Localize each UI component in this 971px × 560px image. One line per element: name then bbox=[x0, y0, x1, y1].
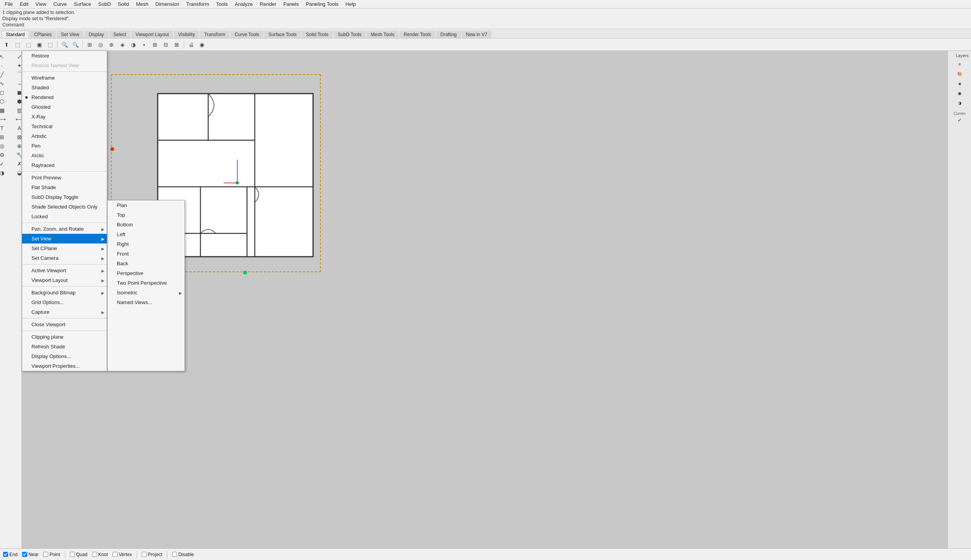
vertex-checkbox[interactable] bbox=[113, 552, 118, 557]
grid-icon[interactable]: ⊞ bbox=[85, 40, 95, 50]
menu-paneling-tools[interactable]: Paneling Tools bbox=[303, 0, 341, 8]
cm-set-cplane[interactable]: Set CPlane ▶ bbox=[22, 243, 107, 253]
mesh-tool[interactable]: ▦ bbox=[0, 106, 10, 115]
render-panel-icon[interactable]: ◉ bbox=[950, 89, 970, 97]
menu-subd[interactable]: SubD bbox=[95, 0, 114, 8]
cm-rendered[interactable]: Rendered bbox=[22, 92, 107, 102]
tab-visibility[interactable]: Visibility bbox=[174, 31, 199, 38]
line-tool[interactable]: ╱ bbox=[0, 70, 10, 79]
cm-arctic[interactable]: Arctic bbox=[22, 151, 107, 160]
osnap-end[interactable]: End bbox=[3, 552, 17, 557]
transform2-tool[interactable]: ⊠ bbox=[11, 133, 22, 141]
cm-shaded[interactable]: Shaded bbox=[22, 83, 107, 92]
menu-view[interactable]: View bbox=[32, 0, 49, 8]
menu-tools[interactable]: Tools bbox=[213, 0, 231, 8]
menu-transform[interactable]: Transform bbox=[183, 0, 212, 8]
cm-close-viewport[interactable]: Close Viewport bbox=[22, 320, 107, 329]
select-all-icon[interactable]: ▣ bbox=[34, 40, 44, 50]
menu-mesh[interactable]: Mesh bbox=[133, 0, 151, 8]
line2-tool[interactable]: ⌒ bbox=[11, 70, 22, 79]
tab-subd-tools[interactable]: SubD Tools bbox=[334, 31, 366, 38]
disable-checkbox[interactable] bbox=[172, 552, 177, 557]
sv-plan[interactable]: Plan bbox=[108, 200, 184, 210]
cm-set-camera[interactable]: Set Camera ▶ bbox=[22, 253, 107, 263]
tab-standard[interactable]: Standard bbox=[2, 31, 29, 38]
sv-front[interactable]: Front bbox=[108, 249, 184, 259]
render2-tool-left[interactable]: ◒ bbox=[11, 169, 22, 177]
solid2-tool[interactable]: ⬢ bbox=[11, 97, 22, 106]
dim-tool[interactable]: ⟷ bbox=[0, 115, 10, 123]
tab-display[interactable]: Display bbox=[84, 31, 108, 38]
knot-checkbox[interactable] bbox=[92, 552, 97, 557]
tab-mesh-tools[interactable]: Mesh Tools bbox=[367, 31, 398, 38]
sv-back[interactable]: Back bbox=[108, 259, 184, 268]
color-icon[interactable]: ◈ bbox=[117, 40, 127, 50]
cm-restore[interactable]: Restore bbox=[22, 51, 107, 61]
tab-curve-tools[interactable]: Curve Tools bbox=[230, 31, 263, 38]
solid-tool[interactable]: ⬡ bbox=[0, 97, 10, 106]
cm-display-options[interactable]: Display Options... bbox=[22, 351, 107, 361]
crossing-select-icon[interactable]: ⬚ bbox=[23, 40, 33, 50]
gumball-icon[interactable]: ⊕ bbox=[106, 40, 117, 50]
cm-print-preview[interactable]: Print Preview bbox=[22, 173, 107, 183]
menu-analyze[interactable]: Analyze bbox=[232, 0, 256, 8]
material-panel-icon[interactable]: ◈ bbox=[950, 79, 970, 88]
viewport2-icon[interactable]: ⊞ bbox=[150, 40, 160, 50]
cm-subd-display[interactable]: SubD Display Toggle bbox=[22, 192, 107, 202]
surface-tool[interactable]: ◻ bbox=[0, 88, 10, 97]
tab-render-tools[interactable]: Render Tools bbox=[399, 31, 435, 38]
surface2-tool[interactable]: ◼ bbox=[11, 88, 22, 97]
near-checkbox[interactable] bbox=[22, 552, 27, 557]
render-icon[interactable]: ◉ bbox=[197, 40, 207, 50]
text-tool[interactable]: T bbox=[0, 124, 10, 132]
osnap-quad[interactable]: Quad bbox=[70, 552, 87, 557]
cm-clipping-plane[interactable]: Clipping plane bbox=[22, 332, 107, 342]
checkmark-icon[interactable]: ✓ bbox=[957, 117, 962, 123]
render-tool-left[interactable]: ◑ bbox=[0, 169, 10, 177]
cm-capture[interactable]: Capture ▶ bbox=[22, 307, 107, 317]
zoom-window-icon[interactable]: 🔍 bbox=[70, 40, 80, 50]
command-line[interactable]: Command: bbox=[2, 22, 969, 28]
menu-panels[interactable]: Panels bbox=[280, 0, 302, 8]
print-icon[interactable]: 🖨 bbox=[186, 40, 196, 50]
cm-viewport-properties[interactable]: Viewport Properties... bbox=[22, 361, 107, 371]
cm-restore-named-view[interactable]: Restore Named View bbox=[22, 61, 107, 70]
osnap-point[interactable]: Point bbox=[43, 552, 60, 557]
cm-ghosted[interactable]: Ghosted bbox=[22, 102, 107, 112]
curve2-tool[interactable]: ⌣ bbox=[11, 79, 22, 88]
layers-icon-btn[interactable]: ≡ bbox=[950, 60, 970, 68]
cm-refresh-shade[interactable]: Refresh Shade bbox=[22, 342, 107, 351]
menu-edit[interactable]: Edit bbox=[17, 0, 31, 8]
point-tool[interactable]: · bbox=[0, 61, 10, 70]
analysis-tool[interactable]: ◎ bbox=[0, 142, 10, 150]
cm-locked[interactable]: Locked bbox=[22, 212, 107, 221]
end-checkbox[interactable] bbox=[3, 552, 8, 557]
osnap-knot[interactable]: Knot bbox=[92, 552, 108, 557]
zoom-icon[interactable]: 🔍 bbox=[59, 40, 70, 50]
osnap-near[interactable]: Near bbox=[22, 552, 38, 557]
sv-perspective[interactable]: Perspective bbox=[108, 268, 184, 278]
quad-checkbox[interactable] bbox=[70, 552, 75, 557]
text2-tool[interactable]: A bbox=[11, 124, 22, 132]
cm-artistic[interactable]: Artistic bbox=[22, 131, 107, 141]
menu-solid[interactable]: Solid bbox=[115, 0, 132, 8]
cm-active-viewport[interactable]: Active Viewport ▶ bbox=[22, 266, 107, 275]
mesh2-tool[interactable]: ▥ bbox=[11, 106, 22, 115]
cm-viewport-layout[interactable]: Viewport Layout ▶ bbox=[22, 275, 107, 285]
utility-tool[interactable]: ⚙ bbox=[0, 151, 10, 159]
viewport4-icon[interactable]: ⊠ bbox=[172, 40, 182, 50]
viewport3-icon[interactable]: ⊟ bbox=[161, 40, 171, 50]
tab-viewport-layout[interactable]: Viewport Layout bbox=[131, 31, 173, 38]
tab-solid-tools[interactable]: Solid Tools bbox=[302, 31, 333, 38]
cm-technical[interactable]: Technical bbox=[22, 122, 107, 131]
tab-surface-tools[interactable]: Surface Tools bbox=[264, 31, 301, 38]
tab-transform[interactable]: Transform bbox=[200, 31, 230, 38]
transform-tool[interactable]: ⊞ bbox=[0, 133, 10, 141]
tab-select[interactable]: Select bbox=[109, 31, 131, 38]
shade-icon[interactable]: ◑ bbox=[128, 40, 138, 50]
menu-surface[interactable]: Surface bbox=[71, 0, 94, 8]
sv-left[interactable]: Left bbox=[108, 230, 184, 239]
snap-tool[interactable]: ✓ bbox=[0, 160, 10, 168]
utility2-tool[interactable]: 🔧 bbox=[11, 151, 22, 159]
cm-wireframe[interactable]: Wireframe bbox=[22, 73, 107, 83]
